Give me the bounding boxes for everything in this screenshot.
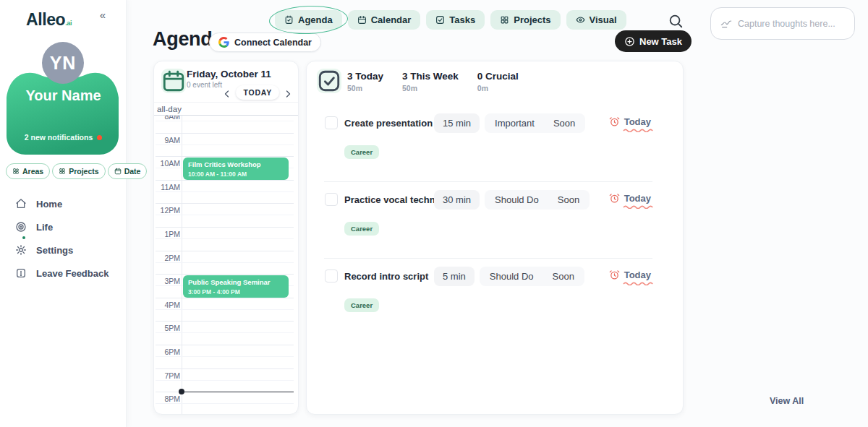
eye-icon — [576, 15, 585, 25]
task-due[interactable]: Today — [609, 193, 651, 204]
target-icon — [15, 221, 27, 233]
sidebar-item-label: Settings — [36, 245, 73, 256]
task-priority-pill-group[interactable]: Should Do Soon — [480, 267, 584, 286]
logo-suffix: .ai — [65, 20, 72, 27]
top-tabs: AgendaCalendarTasksProjectsVisual — [275, 10, 626, 30]
task-priority: Should Do — [490, 271, 534, 282]
app-window: Alleo.ai « YN Your Name 2 new notificati… — [0, 0, 868, 427]
hour-label: 2PM — [156, 254, 180, 262]
sidebar-item-settings[interactable]: Settings — [15, 238, 116, 262]
view-all-link[interactable]: View All — [770, 396, 804, 406]
task-tag-career: Career — [344, 145, 379, 159]
new-task-label: New Task — [639, 36, 682, 47]
home-icon — [15, 198, 27, 210]
grid-icon — [500, 15, 509, 25]
task-timeframe: Soon — [558, 194, 579, 205]
calendar-nav: TODAY — [223, 85, 292, 100]
task-pills: 15 min Important Soon — [434, 113, 585, 133]
task-due[interactable]: Today — [609, 269, 651, 280]
tasks-check-icon — [317, 69, 341, 93]
calendar-hour-row: 6PM — [156, 345, 294, 369]
filter-date-button[interactable]: Date — [108, 163, 148, 179]
task-duration-pill[interactable]: 5 min — [434, 267, 475, 286]
sidebar-item-leave-feedback[interactable]: Leave Feedback — [15, 262, 116, 285]
task-pills: 5 min Should Do Soon — [434, 267, 584, 286]
task-tag-career: Career — [344, 298, 379, 312]
task-checkbox[interactable] — [325, 116, 338, 129]
app-logo: Alleo.ai — [26, 10, 72, 30]
calendar-hour-row: 1PM — [156, 228, 294, 251]
tab-tasks[interactable]: Tasks — [426, 10, 485, 30]
calendar-event[interactable]: Film Critics Workshop 10:00 AM - 11:00 A… — [183, 158, 289, 180]
alarm-icon — [609, 269, 620, 280]
calendar-event[interactable]: Public Speaking Seminar 3:00 PM - 4:00 P… — [183, 275, 289, 298]
hour-label: 9AM — [156, 136, 180, 145]
feedback-icon — [15, 267, 27, 279]
task-pills: 30 min Should Do Soon — [434, 190, 590, 210]
tab-calendar[interactable]: Calendar — [348, 10, 421, 30]
tab-label: Tasks — [449, 14, 475, 25]
task-duration-pill[interactable]: 30 min — [434, 190, 480, 210]
current-time-indicator — [179, 392, 294, 392]
all-day-label: all-day — [157, 105, 182, 113]
hour-label: 7PM — [156, 371, 180, 380]
calendar-hour-row: 4PM — [156, 298, 294, 322]
stat-duration: 50m — [402, 84, 459, 92]
sidebar-item-life[interactable]: Life — [15, 215, 116, 238]
task-due[interactable]: Today — [609, 116, 651, 127]
task-stat: 3 This Week 50m — [402, 71, 459, 92]
calendar-events-left: 0 event left — [187, 81, 222, 89]
sidebar-item-home[interactable]: Home — [15, 192, 116, 215]
task-due-label: Today — [624, 269, 651, 280]
sidebar-collapse-icon[interactable]: « — [100, 9, 106, 21]
calendar-grid: 8AM 9AM 10AM 11AM 12PM 1PM 2PM 3PM 4PM 5… — [154, 102, 298, 414]
task-priority: Important — [495, 118, 535, 129]
new-task-button[interactable]: New Task — [615, 30, 692, 52]
avatar[interactable]: YN — [42, 42, 84, 84]
filter-areas-button[interactable]: Areas — [6, 163, 50, 179]
notifications-link[interactable]: 2 new notifications — [0, 133, 127, 142]
task-row[interactable]: Practice vocal techniques 30 min Should … — [307, 186, 683, 262]
chevron-right-icon[interactable] — [284, 88, 292, 97]
task-timeframe: Soon — [553, 118, 575, 129]
scribble-icon — [720, 18, 732, 30]
task-checkbox[interactable] — [325, 269, 338, 282]
calendar-date-title: Friday, October 11 — [187, 69, 271, 79]
calendar-icon — [161, 69, 186, 93]
calendar-hour-row: 8PM — [156, 392, 294, 415]
event-time: 10:00 AM - 11:00 AM — [188, 171, 284, 178]
hour-label: 1PM — [156, 230, 180, 238]
capture-input[interactable] — [738, 19, 845, 29]
areas-icon — [12, 168, 20, 175]
calendar-panel: Friday, October 11 0 event left TODAY 8A… — [153, 61, 299, 415]
search-icon[interactable] — [668, 13, 684, 29]
sidebar-nav: HomeLifeSettingsLeave Feedback — [15, 192, 116, 285]
tab-agenda[interactable]: Agenda — [275, 10, 342, 30]
check-square-icon — [435, 15, 445, 25]
sidebar-item-label: Leave Feedback — [36, 268, 109, 279]
task-row[interactable]: Record intro script 5 min Should Do Soon… — [307, 262, 683, 339]
calendar-hour-row: 7PM — [156, 369, 294, 393]
task-priority-pill-group[interactable]: Important Soon — [485, 113, 585, 133]
filter-label: Date — [124, 167, 141, 176]
task-tag-career: Career — [344, 222, 379, 236]
filter-projects-button[interactable]: Projects — [52, 163, 105, 179]
task-checkbox[interactable] — [325, 193, 338, 206]
today-button[interactable]: TODAY — [236, 85, 279, 100]
connect-calendar-button[interactable]: Connect Calendar — [209, 33, 321, 52]
task-due-label: Today — [624, 193, 651, 204]
tasks-panel: 3 Today 50m 3 This Week 50m 0 Crucial 0m… — [306, 61, 684, 415]
task-duration-pill[interactable]: 15 min — [434, 113, 480, 133]
task-row[interactable]: Create presentation outline 15 min Impor… — [307, 109, 683, 186]
google-logo-icon — [218, 37, 229, 48]
task-stat: 0 Crucial 0m — [477, 71, 519, 92]
tab-visual[interactable]: Visual — [566, 10, 626, 30]
task-priority: Should Do — [495, 194, 539, 205]
chevron-left-icon[interactable] — [223, 88, 231, 97]
agenda-icon — [284, 15, 294, 25]
tab-projects[interactable]: Projects — [490, 10, 560, 30]
task-priority-pill-group[interactable]: Should Do Soon — [485, 190, 590, 210]
capture-box — [710, 7, 855, 40]
stat-count-label: 3 This Week — [402, 71, 459, 82]
alarm-icon — [609, 116, 620, 127]
